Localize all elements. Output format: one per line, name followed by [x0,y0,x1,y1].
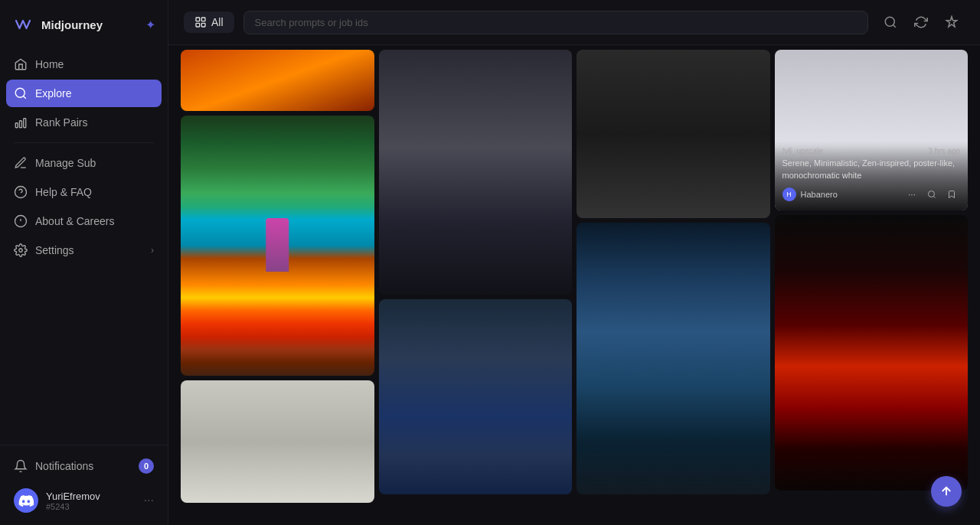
search-placeholder-text: Search prompts or job ids [255,17,368,28]
nav-rank-pairs-label: Rank Pairs [35,116,87,129]
nav-about-careers-label: About & Careers [35,215,115,227]
main-content: All Search prompts or job ids [168,0,980,525]
svg-rect-3 [24,119,26,128]
refresh-button[interactable] [908,9,934,35]
item-author: robe_art [405,276,565,285]
svg-rect-12 [196,23,200,27]
user-more-button[interactable]: ··· [144,494,154,507]
scroll-up-button[interactable] [931,476,962,507]
user-name: YuriEfremov [46,491,136,502]
tab-all-label: All [211,16,224,28]
item-avatar: R [387,273,400,287]
svg-rect-2 [20,121,22,128]
user-info: YuriEfremov #5243 [46,491,136,511]
topbar-tabs: All [184,11,234,33]
gallery-item[interactable]: U user [181,50,374,111]
logo-badge-icon: ✦ [145,18,155,32]
gallery-item[interactable]: A artist [181,116,374,376]
gallery-item[interactable]: S stone_art [577,50,770,218]
tab-all[interactable]: All [184,11,234,33]
refresh-icon [914,15,928,29]
svg-rect-11 [201,18,205,21]
discord-logo [18,493,34,508]
explore-icon [14,86,28,100]
sidebar-item-explore[interactable]: Explore [6,80,162,107]
search-icon [927,190,936,199]
nav-home-label: Home [35,58,64,70]
item-author: robo_ai [603,475,763,484]
nav-explore-label: Explore [35,87,71,99]
logo-icon [12,14,34,35]
topbar-icons [877,9,965,35]
item-author: user [207,92,367,101]
overlay-tag: /v6_upscale 3 hrs ago [782,147,961,155]
sidebar-item-help-faq[interactable]: Help & FAQ [6,178,162,206]
item-avatar: U [188,90,202,103]
item-author: sculptor [207,484,367,493]
gallery-grid: U user A [181,50,968,503]
svg-rect-1 [15,123,18,128]
home-icon [14,57,28,71]
overlay-footer: H Habanero ··· [782,186,961,203]
gallery-col-3: S stone_art R robo_ai [577,50,770,503]
bookmark-button[interactable] [943,186,960,203]
notifications-item[interactable]: Notifications 0 [6,452,162,481]
help-icon [14,185,28,199]
gallery-item-overlay: /v6_upscale 3 hrs ago Serene, Minimalist… [775,141,969,210]
notification-badge: 0 [139,458,154,474]
all-icon [194,16,207,28]
sidebar-bottom: Notifications 0 YuriEfremov #5243 ··· [0,445,168,525]
settings-icon [14,243,28,257]
arrow-up-icon [939,484,953,498]
app-name: Midjourney [41,18,103,31]
svg-point-15 [929,191,935,197]
gallery: U user A [168,45,980,525]
magic-icon [945,15,959,29]
item-avatar: P [782,469,796,483]
settings-arrow-icon: › [151,245,154,256]
nav-manage-sub-label: Manage Sub [35,157,96,169]
sidebar-nav: Home Explore Rank Pairs Manage Sub Help … [0,47,168,445]
more-options-button[interactable]: ··· [903,186,920,203]
gallery-item[interactable]: P pyramid [775,215,969,491]
gallery-item[interactable]: R robe_art [379,50,573,295]
nav-help-faq-label: Help & FAQ [35,186,92,198]
notifications-label: Notifications [35,460,93,472]
svg-rect-10 [196,18,200,21]
search-similar-button[interactable] [923,186,940,203]
svg-rect-13 [201,23,205,27]
rank-icon [14,116,28,129]
sidebar-item-settings[interactable]: Settings › [6,236,162,264]
magic-button[interactable] [939,9,965,35]
gallery-item[interactable]: C cosmo [379,299,573,494]
item-avatar: S [584,197,598,210]
gallery-item-hovered[interactable]: /v6_upscale 3 hrs ago Serene, Minimalist… [775,50,969,210]
item-author: artist [207,357,367,366]
item-author: cosmo [405,475,565,484]
bookmark-icon [947,190,956,199]
svg-point-14 [885,17,894,26]
search-button[interactable] [877,9,903,35]
sidebar-item-manage-sub[interactable]: Manage Sub [6,149,162,177]
bell-icon [14,459,28,473]
item-avatar: S [188,481,202,495]
avatar [14,488,38,513]
user-profile-item[interactable]: YuriEfremov #5243 ··· [6,482,162,519]
gallery-col-1: U user A [181,50,374,503]
item-author-name: Habanero [801,190,900,199]
nav-divider-1 [14,142,154,143]
search-bar[interactable]: Search prompts or job ids [243,11,868,34]
svg-point-0 [15,88,24,97]
manage-icon [14,156,28,170]
gallery-item[interactable]: S sculptor [181,380,374,503]
overlay-actions: ··· [903,186,960,203]
sidebar-item-rank-pairs[interactable]: Rank Pairs [6,109,162,136]
gallery-col-2: R robe_art C cosmo [379,50,573,503]
svg-point-4 [15,187,27,198]
overlay-prompt: Serene, Minimalistic, Zen-inspired, post… [782,158,961,181]
sidebar-item-home[interactable]: Home [6,51,162,78]
sidebar-item-about-careers[interactable]: About & Careers [6,207,162,235]
svg-point-9 [19,249,23,253]
sidebar: Midjourney ✦ Home Explore Rank Pairs Man… [0,0,168,525]
gallery-item[interactable]: R robo_ai [577,223,770,494]
